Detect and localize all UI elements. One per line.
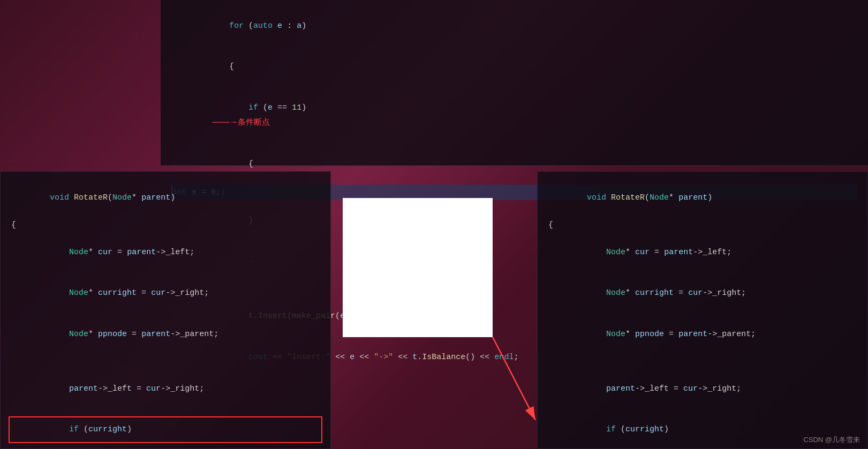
br-line-empty xyxy=(548,355,857,369)
br-line-7: parent->_left = cur->_right; xyxy=(548,368,857,409)
bl-line-empty xyxy=(11,355,320,369)
bl-line-2: { xyxy=(11,218,320,232)
white-center-box xyxy=(343,198,493,337)
bottom-left-red-box xyxy=(9,416,322,443)
watermark-text: CSDN @几冬雪来 xyxy=(803,436,860,444)
main-container: for (auto e : a) { if (e == 11) ——→条件断点 … xyxy=(0,0,868,449)
bottom-right-code-block: void RotateR(Node* parent) { Node* cur =… xyxy=(548,177,857,449)
watermark: CSDN @几冬雪来 xyxy=(803,435,860,445)
bottom-left-code-panel: void RotateR(Node* parent) { Node* cur =… xyxy=(0,171,331,449)
bottom-left-code-block: void RotateR(Node* parent) { Node* cur =… xyxy=(11,177,320,449)
bl-line-3: Node* cur = parent->_left; xyxy=(11,232,320,273)
bl-line-4: Node* curright = cur->_right; xyxy=(11,273,320,314)
code-line-if: if (e == 11) ——→条件断点 xyxy=(171,87,857,143)
top-code-panel: for (auto e : a) { if (e == 11) ——→条件断点 … xyxy=(161,0,868,166)
br-line-3: Node* cur = parent->_left; xyxy=(548,232,857,273)
code-line-for: for (auto e : a) xyxy=(171,5,857,47)
br-line-4: Node* curright = cur->_right; xyxy=(548,273,857,314)
bottom-right-code-panel: void RotateR(Node* parent) { Node* cur =… xyxy=(537,171,868,449)
br-line-2: { xyxy=(548,218,857,232)
code-line-brace1: { xyxy=(171,47,857,88)
br-line-1: void RotateR(Node* parent) xyxy=(548,177,857,218)
bl-line-1: void RotateR(Node* parent) xyxy=(11,177,320,218)
bl-line-7: parent->_left = cur->_right; xyxy=(11,368,320,409)
br-line-5: Node* ppnode = parent->_parent; xyxy=(548,314,857,355)
bl-line-5: Node* ppnode = parent->_parent; xyxy=(11,314,320,355)
